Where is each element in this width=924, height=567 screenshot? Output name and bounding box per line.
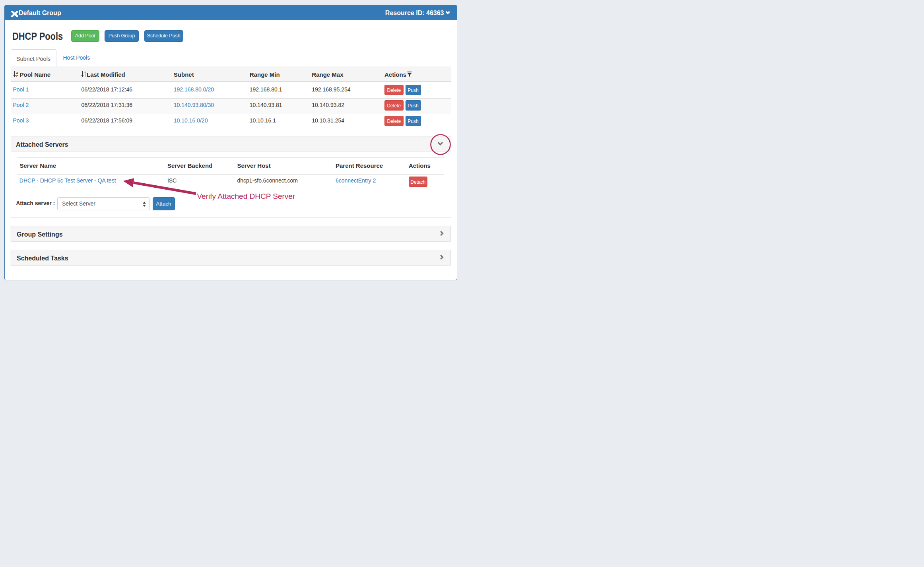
svg-text:A: A <box>16 71 18 75</box>
svg-text:Z: Z <box>16 74 18 77</box>
